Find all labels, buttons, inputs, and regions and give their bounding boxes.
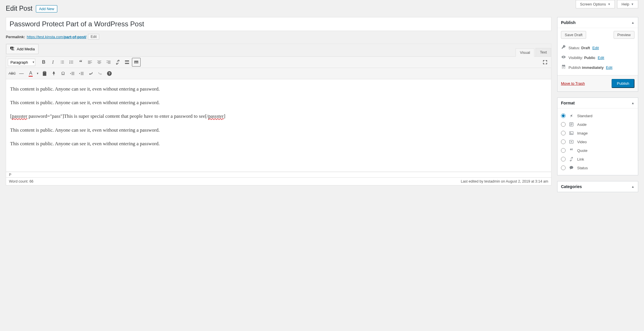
link-icon bbox=[568, 156, 574, 162]
format-label: Aside bbox=[577, 122, 587, 127]
format-radio-video[interactable] bbox=[561, 139, 566, 144]
move-to-trash-link[interactable]: Move to Trash bbox=[561, 81, 585, 86]
help-icon-button[interactable]: ? bbox=[105, 69, 114, 78]
key-icon bbox=[561, 45, 566, 51]
preview-button[interactable]: Preview bbox=[614, 31, 634, 39]
calendar-icon bbox=[561, 64, 566, 71]
numbered-list-button[interactable] bbox=[67, 58, 76, 67]
format-radio-standard[interactable] bbox=[561, 113, 566, 118]
format-radio-status[interactable] bbox=[561, 166, 566, 170]
content-paragraph: This content is public. Anyone can see i… bbox=[10, 126, 547, 134]
edit-schedule-link[interactable]: Edit bbox=[606, 65, 612, 70]
format-label: Link bbox=[577, 157, 584, 161]
redo-button[interactable] bbox=[96, 69, 104, 78]
align-right-button[interactable] bbox=[104, 58, 113, 67]
hr-button[interactable]: — bbox=[17, 69, 26, 78]
element-path: P bbox=[6, 172, 551, 178]
svg-rect-1 bbox=[134, 62, 135, 62]
tab-visual[interactable]: Visual bbox=[516, 48, 534, 57]
content-paragraph: This content is public. Anyone can see i… bbox=[10, 99, 547, 106]
publish-box-header[interactable]: Publish ▲ bbox=[557, 17, 638, 28]
bold-button[interactable]: B bbox=[39, 58, 48, 67]
outdent-button[interactable] bbox=[68, 69, 77, 78]
edit-status-link[interactable]: Edit bbox=[592, 46, 599, 50]
svg-rect-10 bbox=[570, 132, 573, 135]
paste-text-button[interactable] bbox=[40, 69, 49, 78]
content-paragraph: This content is public. Anyone can see i… bbox=[10, 140, 547, 148]
svg-rect-0 bbox=[134, 61, 138, 62]
indent-button[interactable] bbox=[77, 69, 86, 78]
help-label: Help bbox=[621, 2, 629, 6]
last-edited: Last edited by testadmin on August 2, 20… bbox=[461, 179, 548, 183]
format-label: Quote bbox=[577, 148, 587, 153]
screen-options-button[interactable]: Screen Options ▼ bbox=[576, 0, 615, 8]
save-draft-button[interactable]: Save Draft bbox=[561, 31, 586, 39]
post-title-input[interactable] bbox=[6, 17, 551, 31]
image-icon bbox=[568, 130, 574, 136]
blockquote-button[interactable]: “ bbox=[76, 58, 85, 67]
visibility-icon bbox=[561, 54, 566, 61]
media-icon bbox=[10, 46, 15, 52]
collapse-icon: ▲ bbox=[631, 21, 634, 24]
svg-text:?: ? bbox=[108, 72, 111, 75]
pin-icon bbox=[568, 113, 574, 119]
caret-down-icon: ▼ bbox=[631, 3, 634, 6]
page-title: Edit Post bbox=[6, 3, 32, 14]
content-paragraph: This content is public. Anyone can see i… bbox=[10, 85, 547, 93]
textcolor-dropdown-icon[interactable]: ▼ bbox=[36, 69, 40, 78]
fullscreen-button[interactable] bbox=[541, 58, 549, 67]
format-radio-image[interactable] bbox=[561, 131, 566, 135]
readmore-button[interactable] bbox=[123, 58, 131, 67]
quote-icon: “ bbox=[568, 148, 574, 153]
add-media-button[interactable]: Add Media bbox=[6, 44, 38, 54]
collapse-icon: ▲ bbox=[631, 185, 634, 188]
strikethrough-button[interactable]: ABC bbox=[8, 69, 16, 78]
svg-rect-4 bbox=[134, 63, 135, 63]
format-box: Format ▲ Standard Aside bbox=[557, 98, 638, 175]
undo-button[interactable] bbox=[87, 69, 95, 78]
format-label: Video bbox=[577, 140, 587, 144]
permalink-label: Permalink: bbox=[6, 35, 25, 39]
link-button[interactable] bbox=[113, 58, 122, 67]
categories-box-header[interactable]: Categories ▲ bbox=[557, 181, 638, 192]
help-button[interactable]: Help ▼ bbox=[617, 0, 638, 8]
edit-visibility-link[interactable]: Edit bbox=[598, 56, 604, 60]
categories-box: Categories ▲ bbox=[557, 181, 638, 192]
format-box-header[interactable]: Format ▲ bbox=[557, 98, 638, 109]
publish-button[interactable]: Publish bbox=[612, 79, 634, 88]
svg-rect-2 bbox=[136, 62, 137, 62]
format-label: Image bbox=[577, 131, 588, 135]
special-char-button[interactable]: Ω bbox=[59, 69, 67, 78]
tab-text[interactable]: Text bbox=[536, 48, 551, 56]
format-label: Standard bbox=[577, 114, 593, 118]
edit-permalink-button[interactable]: Edit bbox=[88, 34, 99, 40]
toolbar-toggle-button[interactable] bbox=[132, 58, 141, 67]
bullet-list-button[interactable] bbox=[58, 58, 67, 67]
collapse-icon: ▲ bbox=[631, 101, 634, 105]
format-label: Status bbox=[577, 166, 588, 170]
aside-icon bbox=[568, 122, 574, 127]
permalink-url[interactable]: https://test.kinsta.com/part-of-post/ bbox=[27, 35, 86, 39]
svg-point-11 bbox=[570, 132, 571, 133]
format-radio-aside[interactable] bbox=[561, 122, 566, 127]
italic-button[interactable]: I bbox=[49, 58, 57, 67]
content-paragraph: [passster password="pass"]This is super … bbox=[10, 112, 547, 120]
caret-down-icon: ▼ bbox=[608, 3, 610, 6]
format-radio-quote[interactable] bbox=[561, 148, 566, 153]
block-format-select[interactable]: Paragraph bbox=[8, 59, 35, 66]
status-icon bbox=[568, 165, 574, 171]
clear-formatting-button[interactable] bbox=[49, 69, 58, 78]
textcolor-button[interactable]: A bbox=[26, 69, 35, 78]
format-radio-link[interactable] bbox=[561, 157, 566, 161]
align-center-button[interactable] bbox=[95, 58, 104, 67]
format-title: Format bbox=[561, 101, 575, 105]
editor-content[interactable]: This content is public. Anyone can see i… bbox=[6, 79, 551, 172]
svg-rect-6 bbox=[137, 63, 138, 63]
add-new-button[interactable]: Add New bbox=[36, 5, 58, 12]
screen-options-label: Screen Options bbox=[580, 2, 606, 6]
publish-title: Publish bbox=[561, 20, 576, 25]
word-count: Word count: 66 bbox=[9, 179, 34, 183]
align-left-button[interactable] bbox=[86, 58, 94, 67]
svg-rect-5 bbox=[136, 63, 137, 63]
categories-title: Categories bbox=[561, 184, 582, 189]
